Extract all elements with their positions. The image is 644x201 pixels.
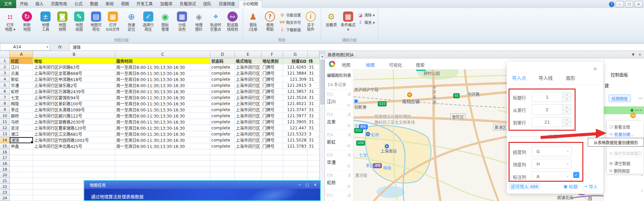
cell-G5[interactable]: 121.2915 bbox=[283, 82, 308, 89]
cell-A22[interactable] bbox=[10, 184, 33, 190]
cell-E10[interactable]: 上海市闵行区 bbox=[235, 113, 261, 119]
cell-B4[interactable]: 上海市闵行区申滨路618号 bbox=[33, 76, 115, 82]
cell-C19[interactable] bbox=[115, 167, 210, 172]
draw-layer-chip[interactable]: 绘图图层 bbox=[609, 95, 631, 102]
ribbon-tab-11[interactable]: 团队 bbox=[200, 0, 215, 8]
cell-D17[interactable] bbox=[210, 155, 235, 161]
cell-B12[interactable]: 上海市闵行区曹家塘路120号 bbox=[33, 125, 115, 131]
popup-close-icon[interactable]: ✕ bbox=[593, 66, 597, 72]
ribbon-button[interactable]: ⚙加载项 bbox=[323, 9, 340, 27]
column-select[interactable]: H▾ bbox=[531, 159, 572, 169]
column-header-F[interactable]: F bbox=[261, 51, 283, 58]
column-header-B[interactable]: B bbox=[33, 51, 115, 58]
cell-G6[interactable]: 121.3857 bbox=[283, 89, 308, 95]
cell-D9[interactable]: complete bbox=[210, 107, 235, 113]
gear-icon[interactable]: ⚙ bbox=[347, 144, 350, 148]
cell-G17[interactable] bbox=[283, 155, 308, 161]
cell-C13[interactable]: 周一至周日8:00-11:30;13:30-16:30 bbox=[115, 131, 210, 137]
cell-B2[interactable]: 上海市闵行区沪闵路63号 bbox=[33, 64, 115, 70]
panel-close-icon[interactable]: ✕ bbox=[639, 53, 641, 56]
cell-D12[interactable]: complete bbox=[210, 125, 235, 131]
shape-list-item[interactable]: 行5点华漕⚙ bbox=[325, 150, 353, 170]
scrollbar-split-handle[interactable] bbox=[320, 51, 325, 54]
cell-F10[interactable]: 门牌号 bbox=[261, 113, 283, 119]
column-header-G[interactable]: G bbox=[283, 51, 308, 58]
cell-C15[interactable]: 周一至周日8:00-11:30;13:30-16:30 bbox=[115, 143, 210, 149]
ribbon-tab-9[interactable]: 加载项 bbox=[156, 0, 176, 8]
ribbon-tab-4[interactable]: 公式 bbox=[71, 0, 86, 8]
download-new-button[interactable]: ⇩下载新版 bbox=[280, 27, 301, 32]
cell-H20[interactable] bbox=[308, 172, 319, 178]
cell-A19[interactable] bbox=[10, 167, 33, 172]
row-header-7[interactable]: 7 bbox=[0, 95, 10, 101]
cell-E19[interactable] bbox=[235, 167, 261, 172]
ribbon-button[interactable]: ▦打开GIS文件 bbox=[104, 9, 121, 32]
cell-H8[interactable]: 31 bbox=[308, 101, 319, 107]
shape-list-item[interactable]: 行3点古美⚙ bbox=[325, 109, 353, 130]
cell-A13[interactable]: 浦江 bbox=[10, 131, 33, 137]
cell-A8[interactable]: 梅陇 bbox=[10, 101, 33, 107]
step-down-icon[interactable]: ▾ bbox=[562, 110, 571, 115]
cell-F14[interactable]: 门牌号 bbox=[261, 137, 283, 143]
cell-E1[interactable]: 格式地址 bbox=[235, 58, 261, 64]
cell-C11[interactable]: 周一至周日8:00-11:30;13:30-16:30 bbox=[115, 119, 210, 125]
cell-G13[interactable]: 121.5323 bbox=[283, 131, 308, 137]
cell-E3[interactable]: 上海市闵行区 bbox=[235, 70, 261, 76]
number-input[interactable]: 2▴▾ bbox=[531, 104, 572, 115]
ribbon-button[interactable]: ∾配送路线规划 bbox=[224, 9, 241, 32]
dialog-titlebar[interactable]: 地图任务 ─ □ ✕ bbox=[84, 181, 320, 189]
cell-A12[interactable]: 吴泾 bbox=[10, 125, 33, 131]
cell-F17[interactable] bbox=[261, 155, 283, 161]
row-header-23[interactable]: 23 bbox=[0, 190, 10, 195]
cell-C10[interactable]: 周一至周日8:00-11:30;13:30-16:30 bbox=[115, 113, 210, 119]
cell-A18[interactable] bbox=[10, 161, 33, 167]
sheet-vertical-scrollbar[interactable]: ▲ bbox=[319, 51, 325, 201]
cell-A2[interactable]: 江川 bbox=[10, 64, 33, 70]
cell-D5[interactable]: complete bbox=[210, 82, 235, 89]
cell-C8[interactable]: 周一至周日8:00-11:30;13:30-16:30 bbox=[115, 101, 210, 107]
ribbon-tab-13[interactable]: 小O地图 bbox=[239, 0, 262, 8]
column-header-C[interactable]: C bbox=[115, 51, 210, 58]
cell-E13[interactable]: 上海市闵行区 bbox=[235, 131, 261, 137]
cell-E7[interactable]: 上海市闵行区 bbox=[235, 95, 261, 101]
cell-E20[interactable] bbox=[235, 172, 261, 178]
cell-H2[interactable]: 31 bbox=[308, 64, 319, 70]
cell-H4[interactable]: 31 bbox=[308, 76, 319, 82]
row-header-9[interactable]: 9 bbox=[0, 107, 10, 113]
cell-B9[interactable]: 上海市闵行区水清路1099号 bbox=[33, 107, 115, 113]
cell-F18[interactable] bbox=[261, 161, 283, 167]
shape-list-item[interactable]: 行2点江川⚙ bbox=[325, 89, 353, 109]
cell-H10[interactable]: 31 bbox=[308, 113, 319, 119]
row-header-17[interactable]: 17 bbox=[0, 155, 10, 161]
cell-D14[interactable]: complete bbox=[210, 137, 235, 143]
cell-G11[interactable]: 121.3905 bbox=[283, 119, 308, 125]
cell-E17[interactable] bbox=[235, 155, 261, 161]
cell-E12[interactable]: 上海市闵行区 bbox=[235, 125, 261, 131]
tab-file[interactable]: 文件 bbox=[0, 0, 16, 8]
cell-G14[interactable]: 121.5028 bbox=[283, 137, 308, 143]
cell-F6[interactable]: 门牌号 bbox=[261, 89, 283, 95]
cell-A4[interactable]: 新虹 bbox=[10, 76, 33, 82]
row-header-1[interactable]: 1 bbox=[0, 58, 10, 64]
cell-H12[interactable]: 31 bbox=[308, 125, 319, 131]
chevron-right-icon[interactable]: › bbox=[641, 188, 643, 193]
minimize-button[interactable]: ─ bbox=[616, 1, 624, 7]
cell-C17[interactable] bbox=[115, 155, 210, 161]
ribbon-button[interactable]: ◙地图快照 bbox=[54, 9, 71, 32]
column-header-D[interactable]: D bbox=[210, 51, 235, 58]
cell-D1[interactable]: 状态码 bbox=[210, 58, 235, 64]
row-header-13[interactable]: 13 bbox=[0, 131, 10, 137]
cell-F9[interactable]: 门牌号 bbox=[261, 107, 283, 113]
ribbon-button[interactable]: ⌖轨迹时空重合 bbox=[207, 9, 224, 32]
clear-button[interactable]: ◪清除 ▾ bbox=[358, 12, 375, 18]
ribbon-button[interactable]: ✓选择行政区 bbox=[140, 9, 157, 32]
cell-A1[interactable]: 社区 bbox=[10, 58, 33, 64]
cell-G1[interactable]: 经度GD bbox=[283, 58, 308, 64]
close-button[interactable]: ✕ bbox=[635, 1, 643, 7]
cell-B3[interactable]: 上海市闵行区龙茗路668号 bbox=[33, 70, 115, 76]
layer-more-icon[interactable]: ••• bbox=[635, 108, 642, 112]
cell-C18[interactable] bbox=[115, 161, 210, 167]
gear-icon[interactable]: ⚙ bbox=[347, 164, 350, 169]
ribbon-tab-1[interactable]: 开始 bbox=[16, 0, 32, 8]
cell-D2[interactable]: complete bbox=[210, 64, 235, 70]
